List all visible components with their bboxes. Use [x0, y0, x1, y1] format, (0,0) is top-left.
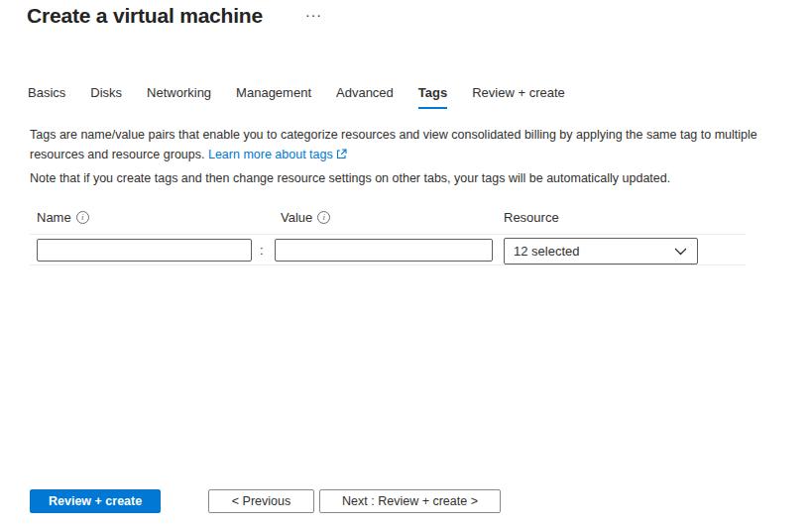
column-header-resource: Resource [504, 210, 559, 225]
tab-review-create[interactable]: Review + create [472, 85, 565, 109]
chevron-down-icon [674, 244, 687, 259]
column-header-resource-label: Resource [504, 210, 559, 225]
page-title: Create a virtual machine [27, 4, 263, 28]
tab-management[interactable]: Management [236, 85, 311, 109]
tab-advanced[interactable]: Advanced [336, 85, 394, 109]
column-header-name-label: Name [37, 210, 71, 225]
info-icon[interactable]: i [76, 211, 89, 224]
info-icon[interactable]: i [317, 211, 330, 224]
tab-bar: BasicsDisksNetworkingManagementAdvancedT… [28, 85, 590, 109]
tags-description: Tags are name/value pairs that enable yo… [30, 125, 773, 164]
tab-networking[interactable]: Networking [147, 85, 211, 109]
tags-description-text: Tags are name/value pairs that enable yo… [30, 128, 757, 161]
tab-tags[interactable]: Tags [418, 85, 447, 109]
review-create-button[interactable]: Review + create [30, 489, 161, 513]
tag-value-input[interactable] [275, 239, 493, 262]
name-value-separator: : [260, 243, 264, 258]
column-header-value: Value i [281, 210, 330, 225]
column-header-value-label: Value [281, 210, 312, 225]
create-vm-page: Create a virtual machine ··· BasicsDisks… [0, 0, 812, 526]
next-button[interactable]: Next : Review + create > [319, 489, 501, 513]
tag-name-input[interactable] [37, 239, 252, 262]
table-divider-top [30, 234, 746, 235]
tab-disks[interactable]: Disks [90, 85, 122, 109]
tags-note: Note that if you create tags and then ch… [30, 171, 773, 185]
tab-basics[interactable]: Basics [28, 85, 65, 109]
table-divider-bottom [30, 264, 746, 265]
learn-more-link[interactable]: Learn more about tags [208, 148, 347, 161]
external-link-icon [336, 148, 347, 161]
more-icon[interactable]: ··· [305, 8, 322, 22]
learn-more-link-label: Learn more about tags [208, 148, 333, 161]
previous-button[interactable]: < Previous [208, 489, 314, 513]
resource-dropdown-value: 12 selected [514, 244, 580, 259]
resource-dropdown[interactable]: 12 selected [504, 238, 698, 264]
column-header-name: Name i [37, 210, 89, 225]
